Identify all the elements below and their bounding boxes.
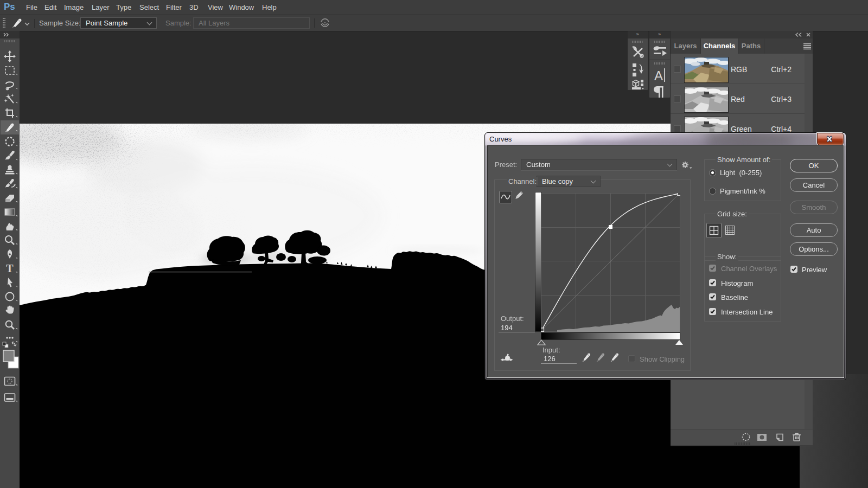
svg-text:T: T bbox=[6, 262, 14, 274]
svg-text:A: A bbox=[654, 68, 663, 83]
